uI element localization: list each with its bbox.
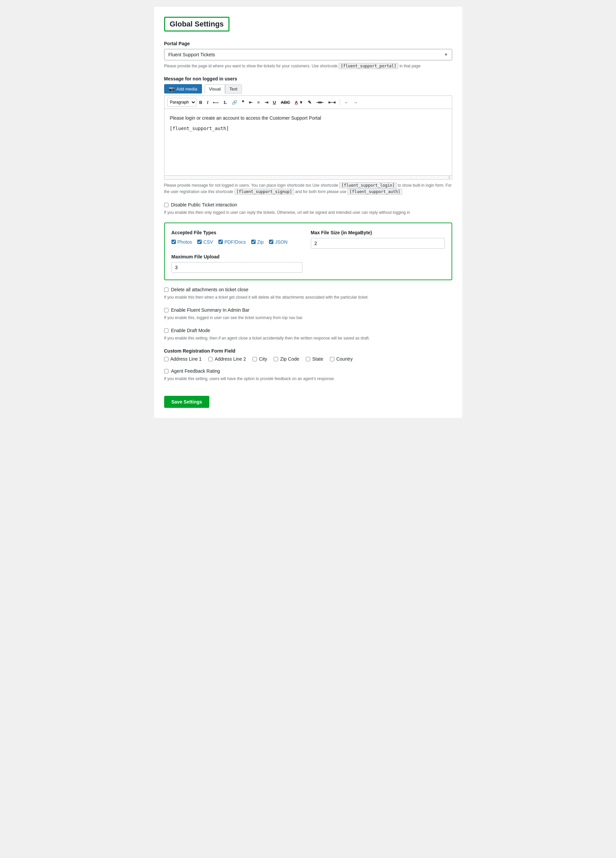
disable-public-checkbox[interactable] [164, 203, 169, 207]
fluent-summary-row: Enable Fluent Summary In Admin Bar [164, 307, 452, 313]
max-upload-input[interactable] [172, 262, 303, 273]
add-media-button[interactable]: 📷 Add media [164, 84, 202, 93]
undo-button[interactable]: ← [342, 99, 350, 106]
draft-mode-row: Enable Draft Mode [164, 328, 452, 333]
quote-button[interactable]: ❞ [240, 99, 246, 106]
draft-mode-label[interactable]: Enable Draft Mode [171, 328, 210, 333]
file-type-photos[interactable]: Photos [172, 239, 192, 245]
underline-button[interactable]: U [272, 99, 278, 106]
draft-mode-helper: If you enable this setting, then if an a… [164, 335, 452, 342]
disable-public-label[interactable]: Disable Public Ticket interaction [171, 202, 237, 207]
message-section-label: Message for non logged in users [164, 76, 452, 81]
message-helper: Please provide message for not logged in… [164, 182, 452, 195]
fluent-summary-label[interactable]: Enable Fluent Summary In Admin Bar [171, 307, 250, 313]
city-checkbox[interactable] [253, 357, 257, 361]
outdent-button[interactable]: ⇤⇥ [327, 99, 337, 106]
pdf-checkbox[interactable] [219, 239, 223, 244]
portal-page-select[interactable]: Fluent Support Tickets [164, 49, 452, 60]
file-type-pdf[interactable]: PDF/Docs [219, 239, 246, 245]
agent-feedback-row: Agent Feedback Rating [164, 368, 452, 374]
max-upload-label: Maximum File Upload [172, 254, 445, 260]
country-checkbox[interactable] [330, 357, 334, 361]
max-file-size-label: Max File Size (in MegaByte) [311, 230, 445, 235]
portal-page-helper: Please provide the page id where you wan… [164, 63, 452, 69]
disable-public-row: Disable Public Ticket interaction [164, 202, 452, 207]
zipcode-checkbox[interactable] [274, 357, 278, 361]
italic-button[interactable]: I [205, 99, 210, 106]
agent-feedback-helper: If you enable this setting, users will h… [164, 376, 452, 382]
tab-visual[interactable]: Visual [205, 84, 225, 93]
zip-checkbox[interactable] [251, 239, 256, 244]
editor-content-line1: Please login or create an account to acc… [170, 114, 447, 122]
file-type-json[interactable]: JSON [269, 239, 287, 245]
delete-attachments-helper: If you enable this then when a ticket ge… [164, 294, 452, 301]
ol-button[interactable]: 1. [222, 99, 229, 106]
align-left-button[interactable]: ⇤ [247, 99, 254, 106]
save-settings-button[interactable]: Save Settings [164, 396, 210, 408]
editor-tabs: 📷 Add media Visual Text [164, 84, 452, 93]
file-type-csv[interactable]: CSV [197, 239, 213, 245]
delete-attachments-row: Delete all attachments on ticket close [164, 287, 452, 292]
file-types-right: Max File Size (in MegaByte) [311, 230, 445, 249]
max-upload-section: Maximum File Upload [172, 254, 445, 273]
fluent-summary-checkbox[interactable] [164, 308, 169, 312]
indent-button[interactable]: ⇥⇤ [315, 99, 325, 106]
strikethrough-button[interactable]: ABC [279, 99, 292, 106]
editor-content-line2: [fluent_support_auth] [170, 125, 447, 132]
page-title: Global Settings [164, 17, 230, 31]
editor-body[interactable]: Please login or create an account to acc… [164, 109, 452, 176]
portal-page-select-wrap: Fluent Support Tickets ▼ [164, 49, 452, 60]
max-file-size-input[interactable] [311, 238, 445, 249]
json-checkbox[interactable] [269, 239, 273, 244]
file-types-box: Accepted File Types Photos CSV PDF/Docs [164, 222, 452, 280]
disable-public-helper: If you enable this then only logged in u… [164, 210, 452, 216]
redo-button[interactable]: → [351, 99, 359, 106]
ul-button[interactable]: •— [211, 99, 221, 106]
reg-field-city[interactable]: City [253, 356, 267, 362]
tab-text[interactable]: Text [225, 84, 242, 93]
reg-field-state[interactable]: State [306, 356, 323, 362]
fluent-summary-helper: If you enable this, logged in user can s… [164, 315, 452, 321]
text-color-button[interactable]: A ▼ [293, 99, 305, 106]
editor-toolbar: Paragraph B I •— 1. 🔗 ❞ ⇤ ≡ ⇥ U ABC A ▼ … [164, 95, 452, 109]
reg-field-address1[interactable]: Address Line 1 [164, 356, 202, 362]
paragraph-select[interactable]: Paragraph [167, 98, 196, 107]
registration-fields: Address Line 1 Address Line 2 City Zip C… [164, 356, 452, 362]
link-button[interactable]: 🔗 [230, 99, 239, 106]
csv-checkbox[interactable] [197, 239, 202, 244]
state-checkbox[interactable] [306, 357, 310, 361]
align-right-button[interactable]: ⇥ [263, 99, 270, 106]
file-types-checkboxes: Photos CSV PDF/Docs Zip [172, 239, 306, 245]
align-center-button[interactable]: ≡ [256, 99, 262, 106]
accepted-file-types-label: Accepted File Types [172, 230, 306, 235]
custom-registration-label: Custom Registration Form Field [164, 348, 452, 354]
address2-checkbox[interactable] [208, 357, 213, 361]
editor-resize-handle[interactable]: ⇳ [164, 176, 452, 180]
delete-attachments-label[interactable]: Delete all attachments on ticket close [171, 287, 248, 292]
clear-format-button[interactable]: ✎ [306, 99, 313, 106]
add-media-icon: 📷 [169, 86, 175, 92]
portal-page-label: Portal Page [164, 41, 452, 46]
toolbar-separator [340, 99, 340, 105]
delete-attachments-checkbox[interactable] [164, 288, 169, 292]
agent-feedback-checkbox[interactable] [164, 369, 169, 373]
photos-checkbox[interactable] [172, 239, 176, 244]
bold-button[interactable]: B [198, 99, 204, 106]
address1-checkbox[interactable] [164, 357, 169, 361]
reg-field-zipcode[interactable]: Zip Code [274, 356, 299, 362]
draft-mode-checkbox[interactable] [164, 328, 169, 333]
reg-field-country[interactable]: Country [330, 356, 353, 362]
reg-field-address2[interactable]: Address Line 2 [208, 356, 246, 362]
agent-feedback-label[interactable]: Agent Feedback Rating [171, 368, 220, 374]
file-type-zip[interactable]: Zip [251, 239, 264, 245]
file-types-left: Accepted File Types Photos CSV PDF/Docs [172, 230, 306, 249]
